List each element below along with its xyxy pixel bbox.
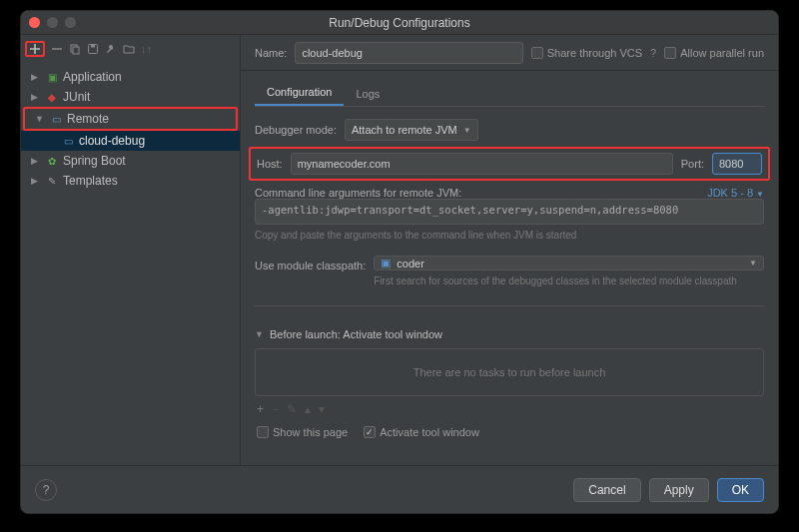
host-input[interactable] [291,153,673,175]
chevron-down-icon: ▼ [463,126,471,135]
highlight-remote: ▼ ▭ Remote [23,107,238,131]
select-value: coder [397,258,424,269]
checkbox-label: Activate tool window [380,426,479,438]
tree-item-application[interactable]: ▶ ▣ Application [21,67,240,87]
allow-parallel-checkbox[interactable]: Allow parallel run [664,47,764,59]
sort-icon[interactable]: ↓↑ [141,43,152,55]
edit-task-icon[interactable]: ✎ [287,402,297,416]
chevron-down-icon: ▼ [255,329,264,339]
name-row: Name: Share through VCS ? Allow parallel… [241,35,778,71]
minimize-window-icon[interactable] [47,17,58,28]
tree-item-label: Remote [67,112,109,126]
chevron-right-icon: ▶ [31,156,41,166]
sidebar-toolbar: ↓↑ [21,35,240,63]
before-launch-toolbar: + − ✎ ▴ ▾ [255,396,764,422]
share-help-icon[interactable]: ? [650,47,656,59]
checkbox-icon [257,426,269,438]
debugger-mode-select[interactable]: Attach to remote JVM ▼ [345,119,478,141]
port-label: Port: [681,158,704,170]
empty-tasks-label: There are no tasks to run before launch [413,366,606,378]
tree-item-label: Templates [63,174,118,188]
window-controls [29,17,76,28]
tree-item-cloud-debug[interactable]: ▭ cloud-debug [21,131,240,151]
dialog-body: ↓↑ ▶ ▣ Application ▶ ◆ JUnit ▼ ▭ [21,35,778,465]
add-task-button[interactable]: + [257,402,264,416]
maximize-window-icon[interactable] [65,17,76,28]
titlebar: Run/Debug Configurations [21,11,778,35]
dialog-window: Run/Debug Configurations [20,10,779,514]
remote-icon: ▭ [61,134,75,148]
tree-item-remote[interactable]: ▼ ▭ Remote [25,109,236,129]
chevron-down-icon: ▼ [749,259,757,267]
module-row: Use module classpath: ▣ coder ▼ First se… [255,256,764,287]
before-launch-section: ▼ Before launch: Activate tool window Th… [255,324,764,442]
show-this-page-checkbox[interactable]: Show this page [257,426,348,438]
window-title: Run/Debug Configurations [21,16,778,30]
tree-item-spring-boot[interactable]: ▶ ✿ Spring Boot [21,151,240,171]
checkbox-label: Share through VCS [547,47,642,59]
cancel-button[interactable]: Cancel [573,478,640,502]
wrench-icon: ✎ [45,174,59,188]
config-tree: ▶ ▣ Application ▶ ◆ JUnit ▼ ▭ Remote [21,63,240,465]
before-launch-title: Before launch: Activate tool window [270,328,442,340]
name-label: Name: [255,47,287,59]
tab-configuration[interactable]: Configuration [255,80,344,106]
module-label: Use module classpath: [255,256,366,271]
spring-icon: ✿ [45,154,59,168]
separator [255,305,764,306]
wrench-icon[interactable] [105,43,117,55]
dialog-footer: ? Cancel Apply OK [21,465,778,513]
tab-logs[interactable]: Logs [344,82,392,106]
tree-item-label: Application [63,70,122,84]
svg-rect-3 [91,45,95,48]
port-input[interactable] [712,153,762,175]
checkbox-icon [531,47,543,59]
module-hint: First search for sources of the debugged… [374,274,764,287]
tree-item-label: Spring Boot [63,154,126,168]
activate-tool-window-checkbox[interactable]: ✓ Activate tool window [364,426,479,438]
add-config-button[interactable] [25,41,45,57]
folder-icon[interactable] [123,43,135,55]
application-icon: ▣ [45,70,59,84]
move-up-icon[interactable]: ▴ [305,402,311,416]
close-window-icon[interactable] [29,17,40,28]
ok-button[interactable]: OK [717,478,764,502]
debugger-mode-label: Debugger mode: [255,124,337,136]
checkbox-icon [664,47,676,59]
select-value: Attach to remote JVM [352,124,457,136]
share-vcs-checkbox[interactable]: Share through VCS [531,47,642,59]
module-icon: ▣ [381,257,391,269]
host-label: Host: [257,158,283,170]
cmdline-section: Command line arguments for remote JVM: J… [255,187,764,242]
before-launch-header[interactable]: ▼ Before launch: Activate tool window [255,324,764,344]
checkbox-label: Show this page [273,426,348,438]
configuration-form: Debugger mode: Attach to remote JVM ▼ Ho… [255,107,764,442]
apply-button[interactable]: Apply [649,478,709,502]
chevron-down-icon: ▼ [756,190,764,199]
tree-item-junit[interactable]: ▶ ◆ JUnit [21,87,240,107]
cmdline-args-field[interactable]: -agentlib:jdwp=transport=dt_socket,serve… [255,199,764,225]
name-input[interactable] [295,42,522,64]
tree-item-label: JUnit [63,90,90,104]
before-launch-tasks: There are no tasks to run before launch [255,348,764,396]
remove-task-button[interactable]: − [272,402,279,416]
sidebar: ↓↑ ▶ ▣ Application ▶ ◆ JUnit ▼ ▭ [21,35,241,465]
tab-bar: Configuration Logs [255,77,764,107]
junit-icon: ◆ [45,90,59,104]
cmdline-hint: Copy and paste the arguments to the comm… [255,229,764,242]
move-down-icon[interactable]: ▾ [319,402,325,416]
svg-rect-1 [73,47,79,54]
before-launch-options: Show this page ✓ Activate tool window [255,422,764,442]
content-area: Configuration Logs Debugger mode: Attach… [241,71,778,465]
module-classpath-select[interactable]: ▣ coder ▼ [374,256,764,270]
tree-item-templates[interactable]: ▶ ✎ Templates [21,171,240,191]
remove-config-button[interactable] [51,43,63,55]
chevron-right-icon: ▶ [31,72,41,82]
jdk-version-link[interactable]: JDK 5 - 8 ▼ [707,187,764,199]
remote-icon: ▭ [49,112,63,126]
save-config-icon[interactable] [87,43,99,55]
help-button[interactable]: ? [35,479,57,501]
copy-config-icon[interactable] [69,43,81,55]
main-panel: Name: Share through VCS ? Allow parallel… [241,35,778,465]
cmdline-label: Command line arguments for remote JVM: [255,187,461,199]
